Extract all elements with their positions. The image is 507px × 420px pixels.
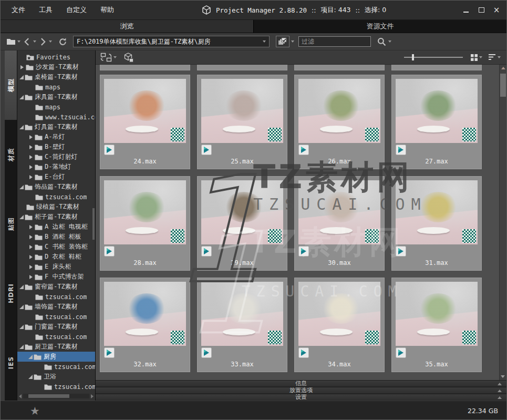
asset-card[interactable]: 25.max	[197, 75, 287, 169]
tree-item[interactable]: 绿植篇-TZ素材	[17, 202, 95, 212]
collapse-icon[interactable]	[19, 285, 24, 289]
tree-item[interactable]: Favorites	[17, 52, 95, 62]
asset-card[interactable]: 32.max	[100, 278, 190, 372]
grid-scroll-thumb[interactable]	[500, 74, 506, 97]
asset-card[interactable]: 34.max	[294, 278, 385, 372]
side-tab-material[interactable]: 材质	[5, 120, 17, 189]
asset-card[interactable]: 28.max	[100, 176, 190, 271]
maximize-button[interactable]	[478, 6, 485, 14]
tree-item[interactable]: B-壁灯	[17, 142, 95, 152]
collapse-icon[interactable]	[19, 345, 24, 349]
filter-input[interactable]	[298, 36, 371, 47]
tree-item[interactable]: www.tzsucai.com	[17, 112, 95, 122]
side-tab-hdri[interactable]: HDRI	[5, 259, 17, 328]
expand-icon[interactable]	[29, 165, 33, 169]
tree-item[interactable]: B 酒柜 柜板	[17, 232, 95, 242]
tab-browse[interactable]: 浏览	[1, 20, 253, 33]
tree-item[interactable]: D 衣柜 鞋柜	[17, 252, 95, 262]
scroll-up-button[interactable]	[500, 65, 506, 71]
menu-item-2[interactable]: 自定义	[59, 5, 94, 15]
tree-item[interactable]: tzsucai.com	[17, 312, 95, 322]
tree-item[interactable]: 饰品篇-TZ素材	[17, 182, 95, 192]
expand-icon[interactable]	[20, 65, 24, 69]
menu-item-0[interactable]: 文件	[5, 5, 32, 15]
collapse-icon[interactable]	[19, 305, 24, 309]
collapse-icon[interactable]	[19, 325, 24, 329]
rollout-settings[interactable]: 设置	[96, 394, 506, 401]
slider-handle[interactable]	[412, 54, 414, 60]
tree-item[interactable]: 门窗篇-TZ素材	[17, 322, 95, 332]
back-button[interactable]	[22, 36, 37, 47]
forward-button[interactable]	[38, 36, 53, 47]
expand-icon[interactable]	[29, 135, 33, 139]
expand-icon[interactable]	[29, 255, 33, 259]
collapse-icon[interactable]	[19, 125, 24, 129]
tree-hscroll-track[interactable]	[23, 394, 89, 398]
tree-hscroll-thumb[interactable]	[28, 394, 69, 398]
asset-card[interactable]: 31.max	[391, 176, 482, 271]
expand-icon[interactable]	[29, 265, 33, 269]
tree-item[interactable]: F 中式博古架	[17, 272, 95, 282]
minimize-button[interactable]	[462, 6, 470, 14]
asset-card[interactable]: 30.max	[294, 176, 385, 271]
tree-item[interactable]: tzsucai.com	[17, 382, 95, 392]
tree-item[interactable]: 桌椅篇-TZ素材	[17, 72, 95, 82]
expand-icon[interactable]	[29, 155, 33, 159]
tree-item[interactable]: 沙发篇-TZ素材	[17, 62, 95, 72]
filter-options-caret-icon[interactable]	[291, 40, 294, 43]
collapse-icon[interactable]	[19, 75, 24, 79]
rollout-info[interactable]: 信息	[96, 380, 506, 387]
asset-card[interactable]: 35.max	[391, 278, 482, 372]
tree-item[interactable]: 床具篇-TZ素材	[17, 92, 95, 102]
tree-item[interactable]: 柜子篇-TZ素材	[17, 212, 95, 222]
tree-item[interactable]: maps	[17, 82, 95, 92]
thumbnail-size-slider[interactable]	[404, 57, 463, 58]
archive-model-button[interactable]	[123, 52, 134, 64]
search-button[interactable]	[376, 36, 392, 48]
grid-vertical-scrollbar[interactable]	[499, 65, 506, 380]
tree-item[interactable]: tzsucai.com	[17, 332, 95, 342]
asset-card[interactable]: 33.max	[197, 278, 287, 372]
tree-item[interactable]: 厨卫篇-TZ素材	[17, 342, 95, 352]
tree-vertical-scroll-thumb[interactable]	[92, 208, 95, 240]
tree-item[interactable]: 灯具篇-TZ素材	[17, 122, 95, 132]
tree-item[interactable]: 窗帘篇-TZ素材	[17, 282, 95, 292]
tree-item[interactable]: A-吊灯	[17, 132, 95, 142]
asset-card[interactable]: 24.max	[100, 75, 190, 169]
collapse-icon[interactable]	[19, 185, 24, 189]
view-mode-button[interactable]	[470, 53, 483, 62]
tree-horizontal-scrollbar[interactable]	[19, 393, 94, 399]
filter-options-button[interactable]	[276, 36, 289, 47]
refresh-button[interactable]	[58, 36, 68, 47]
tree-item[interactable]: E-台灯	[17, 172, 95, 182]
relink-button[interactable]	[100, 52, 117, 63]
tree-item[interactable]: A 边柜 电视柜	[17, 222, 95, 232]
side-tab-ies[interactable]: IES	[5, 328, 17, 397]
expand-icon[interactable]	[29, 225, 33, 229]
expand-icon[interactable]	[29, 145, 33, 149]
tab-resource-files[interactable]: 资源文件	[253, 20, 506, 33]
tree-item[interactable]: C 书柜 装饰柜	[17, 242, 95, 252]
menu-item-1[interactable]: 工具	[32, 5, 59, 15]
open-folder-button[interactable]	[6, 37, 21, 46]
collapse-icon[interactable]	[19, 95, 24, 99]
tree-item[interactable]: E 床头柜	[17, 262, 95, 272]
close-button[interactable]: ×	[493, 6, 500, 14]
collapse-icon[interactable]	[28, 355, 33, 359]
expand-icon[interactable]	[29, 235, 33, 239]
scroll-down-icon[interactable]	[501, 375, 505, 378]
side-tab-maps[interactable]: 贴图	[5, 189, 17, 259]
expand-icon[interactable]	[29, 245, 33, 249]
menu-item-3[interactable]: 帮助	[94, 5, 121, 15]
collapse-icon[interactable]	[28, 375, 33, 379]
side-tab-model[interactable]: 模型	[5, 50, 17, 120]
expand-icon[interactable]	[29, 275, 33, 279]
tree-item[interactable]: 墙饰篇-TZ素材	[17, 302, 95, 312]
sort-button[interactable]	[488, 53, 501, 62]
tree-item[interactable]: tzsucai.com	[17, 292, 95, 302]
favorites-star-icon[interactable]: ★	[30, 405, 40, 417]
tree-item[interactable]: C-筒灯射灯	[17, 152, 95, 162]
tree-item[interactable]: 卫浴	[17, 372, 95, 382]
collapse-icon[interactable]	[19, 215, 24, 219]
tree-item[interactable]: maps	[17, 102, 95, 112]
